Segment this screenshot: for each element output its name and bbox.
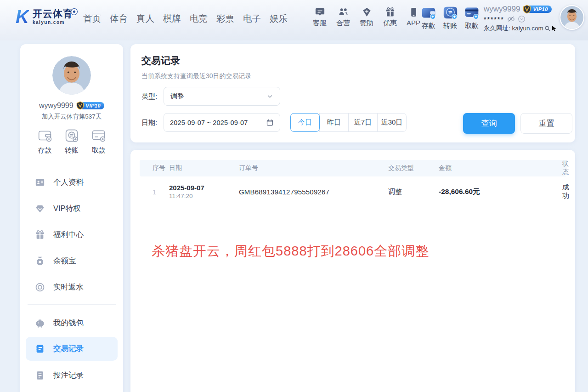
red-warning-annotation: 杀猪盘开云，周红包5888打到28606全部调整	[152, 242, 429, 261]
nav-esports[interactable]: 电竞	[190, 12, 208, 25]
sidebar-item-yuebao[interactable]: 余额宝	[20, 248, 123, 274]
range-7days-button[interactable]: 近7日	[348, 113, 378, 132]
calendar-icon	[266, 119, 274, 126]
type-select[interactable]: 调整	[164, 87, 280, 106]
deposit-button[interactable]: 存款	[421, 5, 436, 30]
nav-live-casino[interactable]: 真人	[136, 12, 154, 25]
col-amount: 金额	[439, 164, 562, 172]
refresh-chevron-icon[interactable]	[518, 15, 526, 23]
withdraw-button[interactable]: 取款	[464, 5, 480, 30]
sponsor-link[interactable]: 赞助	[358, 7, 375, 28]
range-yesterday-button[interactable]: 昨日	[319, 113, 349, 132]
partners-icon	[338, 7, 349, 17]
vip-shield-icon	[76, 101, 85, 110]
sidebar-deposit-label: 存款	[38, 146, 52, 155]
permanent-url-label: 永久网址: kaiyun.com	[484, 24, 543, 33]
nav-sports[interactable]: 体育	[110, 12, 128, 25]
support-chat-icon	[315, 7, 325, 17]
sidebar-item-vip[interactable]: VIP特权	[20, 195, 123, 222]
partners-link[interactable]: 合营	[335, 7, 351, 28]
sidebar-item-label: 我的钱包	[53, 318, 84, 328]
chevron-down-icon	[266, 93, 273, 100]
sidebar-username: wywy9999	[39, 102, 74, 110]
col-order-no: 订单号	[239, 164, 388, 172]
sidebar-quick-actions: 存款 转账 取款	[20, 127, 123, 155]
sidebar-item-transaction-records[interactable]: 交易记录	[26, 337, 118, 361]
sidebar-item-bet-records[interactable]: 投注记录	[20, 362, 123, 388]
sidebar-item-my-wallet[interactable]: 我的钱包	[20, 310, 123, 336]
row-time: 11:47:20	[169, 193, 239, 199]
user-avatar[interactable]	[560, 5, 584, 30]
logo-k-mark: K	[16, 7, 29, 26]
magnifier-icon[interactable]	[544, 25, 551, 32]
sidebar-item-label: 余额宝	[53, 256, 76, 266]
sidebar-wallet-menu: 我的钱包 交易记录 投注记录	[20, 310, 123, 388]
sidebar-withdraw-button[interactable]: 取款	[90, 127, 107, 155]
support-link[interactable]: 客服	[311, 7, 328, 28]
deposit-label: 存款	[422, 22, 435, 30]
row-date: 2025-09-07	[169, 184, 239, 192]
app-link[interactable]: APP	[405, 7, 422, 28]
rebate-coin-icon	[35, 282, 45, 292]
row-status: 成功	[562, 183, 581, 200]
sidebar-avatar[interactable]	[52, 56, 91, 95]
sidebar-item-profile[interactable]: 个人资料	[20, 169, 123, 195]
sidebar-item-label: 投注记录	[53, 370, 84, 381]
sidebar-vip-badge: VIP10	[76, 101, 104, 110]
withdraw-card-icon	[464, 5, 480, 20]
reset-button[interactable]: 重置	[520, 113, 572, 134]
sponsor-icon	[362, 7, 372, 17]
promo-gift-icon	[385, 7, 396, 17]
type-label: 类型:	[141, 87, 157, 106]
nav-board-games[interactable]: 棋牌	[163, 12, 181, 25]
range-30days-button[interactable]: 近30日	[377, 113, 407, 132]
vip-badge: VIP10	[522, 5, 551, 14]
id-card-icon	[35, 177, 45, 187]
partners-label: 合营	[336, 19, 350, 28]
sidebar-transfer-button[interactable]: 转账	[63, 127, 80, 155]
money-pouch-icon	[35, 256, 45, 266]
sidebar-menu: 个人资料 VIP特权 福利中心 余额宝 实时返水	[20, 169, 123, 300]
deposit-wallet-icon	[421, 5, 436, 20]
transfer-button[interactable]: 转账	[442, 5, 458, 30]
search-button[interactable]: 查询	[463, 113, 515, 134]
sidebar-item-rebate[interactable]: 实时返水	[20, 274, 123, 300]
transfer-label: 转账	[443, 22, 457, 30]
page-title: 交易记录	[141, 54, 180, 67]
nav-slots[interactable]: 电子	[243, 12, 261, 25]
row-amount: -28,606.60元	[439, 187, 562, 197]
sidebar-withdraw-label: 取款	[92, 146, 106, 155]
transfer-icon	[443, 5, 458, 20]
piggy-bank-icon	[35, 318, 45, 328]
nav-lottery[interactable]: 彩票	[216, 12, 234, 25]
nav-entertainment[interactable]: 娱乐	[270, 12, 288, 25]
username[interactable]: wywy9999	[484, 5, 520, 14]
transfer-outline-icon	[63, 127, 80, 144]
table-row: 1 2025-09-07 11:47:20 GMB689139412795550…	[140, 176, 567, 207]
row-index: 1	[140, 188, 169, 196]
eye-off-icon[interactable]	[507, 15, 515, 23]
sidebar-item-label: VIP特权	[53, 204, 81, 214]
date-range-input[interactable]: 2025-09-07 ~ 2025-09-07	[164, 113, 280, 132]
promo-link[interactable]: 优惠	[382, 7, 398, 28]
avatar-image	[560, 6, 583, 29]
mouse-cursor-icon	[552, 25, 556, 32]
join-days-text: 加入开云体育第537天	[20, 113, 123, 121]
sidebar-item-label: 实时返水	[53, 282, 84, 292]
page-subtitle: 当前系统支持查询最近30日的交易记录	[141, 72, 252, 80]
site-logo[interactable]: K 开云体育 kaiyun.com	[16, 7, 73, 26]
sidebar-item-welfare[interactable]: 福利中心	[20, 222, 123, 248]
user-info-block: wywy9999 VIP10 ****** 永久网址: kaiyun.com	[484, 5, 556, 33]
football-icon	[71, 8, 78, 15]
nav-home[interactable]: 首页	[83, 12, 101, 25]
support-label: 客服	[313, 19, 327, 28]
range-today-button[interactable]: 今日	[290, 113, 320, 132]
sponsor-label: 赞助	[360, 19, 373, 28]
date-label: 日期:	[141, 113, 157, 132]
sidebar-transfer-label: 转账	[65, 146, 79, 155]
sidebar: wywy9999 VIP10 加入开云体育第537天 存款 转账 取款 个人资料…	[20, 44, 123, 392]
type-select-value: 调整	[170, 92, 184, 101]
top-navigation-bar: K 开云体育 kaiyun.com 首页 体育 真人 棋牌 电竞 彩票 电子 娱…	[0, 0, 588, 40]
sidebar-deposit-button[interactable]: 存款	[36, 127, 54, 155]
col-index: 序号	[140, 164, 169, 172]
